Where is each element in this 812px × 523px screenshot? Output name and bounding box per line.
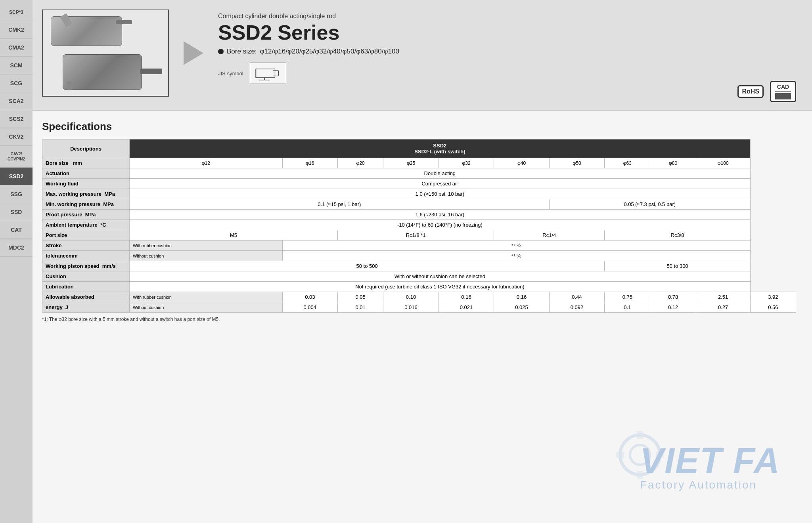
tolerancemm-label: tolerancemm xyxy=(42,251,130,261)
sidebar-item-scs2[interactable]: SCS2 xyxy=(0,110,33,128)
energy-without-12: 0.004 xyxy=(282,302,338,313)
table-row-temp: Ambient temperature °C -10 (14°F) to 60 … xyxy=(42,220,796,230)
header-area: Compact cylinder double acting/single ro… xyxy=(33,0,812,111)
main-content: Compact cylinder double acting/single ro… xyxy=(33,0,812,523)
energy-without-40: 0.092 xyxy=(549,302,605,313)
energy-without-80: 0.27 xyxy=(696,302,750,313)
svg-rect-0 xyxy=(256,69,275,78)
jis-svg xyxy=(254,65,282,81)
sidebar-item-ckv2[interactable]: CKV2 xyxy=(0,128,33,146)
energy-rubber-16: 0.05 xyxy=(338,292,383,302)
energy-rubber-sublabel: With rubber cushion xyxy=(130,292,283,302)
bore-val-20: φ20 xyxy=(338,158,383,168)
stroke-without-sublabel: Without cushion xyxy=(130,251,283,261)
sidebar-item-cat[interactable]: CAT xyxy=(0,221,33,239)
table-row-min-pressure: Min. working pressure MPa 0.1 (≈15 psi, … xyxy=(42,199,796,210)
piston-val1: 50 to 500 xyxy=(130,261,605,271)
piston-label: Working piston speed mm/s xyxy=(42,261,130,271)
energy-without-16: 0.01 xyxy=(338,302,383,313)
actuation-value: Double acting xyxy=(130,168,751,179)
min-pressure-label: Min. working pressure MPa xyxy=(42,199,130,210)
cushion-label: Cushion xyxy=(42,271,130,282)
footnote: *1: The φ32 bore size with a 5 mm stroke… xyxy=(42,317,796,322)
temp-value: -10 (14°F) to 60 (140°F) (no freezing) xyxy=(130,220,751,230)
lubrication-value: Not required (use turbine oil class 1 IS… xyxy=(130,282,751,292)
sidebar-item-scm[interactable]: SCM xyxy=(0,57,33,74)
sidebar-item-cma2[interactable]: CMA2 xyxy=(0,39,33,57)
jis-row: JIS symbol xyxy=(218,63,796,84)
cad-icon-body xyxy=(775,93,791,99)
sidebar-item-cmk2[interactable]: CMK2 xyxy=(0,21,33,39)
table-row-energy-rubber: Allowable absorbed With rubber cushion 0… xyxy=(42,292,796,302)
sidebar-item-cav2[interactable]: CAV2/COVP/N2 xyxy=(0,146,33,168)
actuation-label: Actuation xyxy=(42,168,130,179)
table-row-piston-speed: Working piston speed mm/s 50 to 500 50 t… xyxy=(42,261,796,271)
sidebar-item-ssg[interactable]: SSG xyxy=(0,185,33,203)
stroke-rubber-sublabel: With rubber cushion xyxy=(130,241,283,251)
product-subtitle: Compact cylinder double acting/single ro… xyxy=(218,13,796,20)
fluid-value: Compressed air xyxy=(130,179,751,189)
bore-row-label: Bore size mm xyxy=(42,158,130,168)
energy-without-50: 0.1 xyxy=(605,302,650,313)
col-desc-header: Descriptions xyxy=(42,139,130,158)
specs-area: Specifications Descriptions SSD2 SSD2-L … xyxy=(33,111,812,523)
port-label: Port size xyxy=(42,230,130,241)
energy-rubber-12: 0.03 xyxy=(282,292,338,302)
fluid-label: Working fluid xyxy=(42,179,130,189)
table-row-max-pressure: Max. working pressure MPa 1.0 (≈150 psi,… xyxy=(42,189,796,199)
sidebar: SCP*3 CMK2 CMA2 SCM SCG SCA2 SCS2 CKV2 C… xyxy=(0,0,33,523)
bore-val-32: φ32 xyxy=(439,158,494,168)
bore-size-row: Bore size: φ12/φ16/φ20/φ25/φ32/φ40/φ50/φ… xyxy=(218,48,796,55)
bore-val-80: φ80 xyxy=(650,158,696,168)
badges-area: RoHS CAD xyxy=(737,81,796,102)
energy-rubber-80: 2.51 xyxy=(696,292,750,302)
sidebar-item-ssd2[interactable]: SSD2 xyxy=(0,168,33,185)
energy-rubber-63: 0.78 xyxy=(650,292,696,302)
energy-rubber-25: 0.16 xyxy=(439,292,494,302)
table-row-proof-pressure: Proof pressure MPa 1.6 (≈230 psi, 16 bar… xyxy=(42,210,796,220)
max-pressure-label: Max. working pressure MPa xyxy=(42,189,130,199)
table-row-lubrication: Lubrication Not required (use turbine oi… xyxy=(42,282,796,292)
stroke-without-value: ⁺¹·⁰⁄₀ xyxy=(282,251,750,261)
energy-rubber-100: 3.92 xyxy=(750,292,796,302)
product-info: Compact cylinder double acting/single ro… xyxy=(218,10,796,84)
min-pressure-val1: 0.1 (≈15 psi, 1 bar) xyxy=(130,199,550,210)
energy-without-20: 0.016 xyxy=(383,302,439,313)
energy-without-25: 0.021 xyxy=(439,302,494,313)
product-title: SSD2 Series xyxy=(218,22,796,43)
port-val-rc38: Rc3/8 xyxy=(605,230,750,241)
sidebar-item-scg[interactable]: SCG xyxy=(0,74,33,92)
sidebar-item-scp3[interactable]: SCP*3 xyxy=(0,4,33,21)
cushion-value: With or without cushion can be selected xyxy=(130,271,751,282)
bore-values: φ12/φ16/φ20/φ25/φ32/φ40/φ50/φ63/φ80/φ100 xyxy=(260,48,399,55)
lubrication-label: Lubrication xyxy=(42,282,130,292)
bore-val-25: φ25 xyxy=(383,158,439,168)
specs-title: Specifications xyxy=(42,120,796,133)
port-val-rc14: Rc1/4 xyxy=(494,230,605,241)
port-val-rc18: Rc1/8 *1 xyxy=(338,230,494,241)
bore-val-63: φ63 xyxy=(605,158,650,168)
energy-without-63: 0.12 xyxy=(650,302,696,313)
energy-label: Allowable absorbed xyxy=(42,292,130,302)
bore-val-12: φ12 xyxy=(130,158,283,168)
stroke-label: Stroke xyxy=(42,241,130,251)
energy-rubber-40: 0.44 xyxy=(549,292,605,302)
max-pressure-value: 1.0 (≈150 psi, 10 bar) xyxy=(130,189,751,199)
table-row-cushion: Cushion With or without cushion can be s… xyxy=(42,271,796,282)
rohs-badge: RoHS xyxy=(737,85,764,98)
sidebar-item-mdc2[interactable]: MDC2 xyxy=(0,239,33,257)
jis-symbol-diagram xyxy=(250,63,286,84)
sidebar-item-ssd[interactable]: SSD xyxy=(0,203,33,221)
temp-label: Ambient temperature °C xyxy=(42,220,130,230)
bore-val-50: φ50 xyxy=(549,158,605,168)
bore-dot-icon xyxy=(218,49,224,54)
proof-pressure-label: Proof pressure MPa xyxy=(42,210,130,220)
jis-label: JIS symbol xyxy=(218,71,243,76)
table-row-stroke-without: tolerancemm Without cushion ⁺¹·⁰⁄₀ xyxy=(42,251,796,261)
product-image-box xyxy=(42,10,169,97)
piston-val2: 50 to 300 xyxy=(605,261,750,271)
bore-val-16: φ16 xyxy=(282,158,338,168)
sidebar-item-sca2[interactable]: SCA2 xyxy=(0,92,33,110)
energy-rubber-50: 0.75 xyxy=(605,292,650,302)
min-pressure-val2: 0.05 (≈7.3 psi, 0.5 bar) xyxy=(549,199,750,210)
